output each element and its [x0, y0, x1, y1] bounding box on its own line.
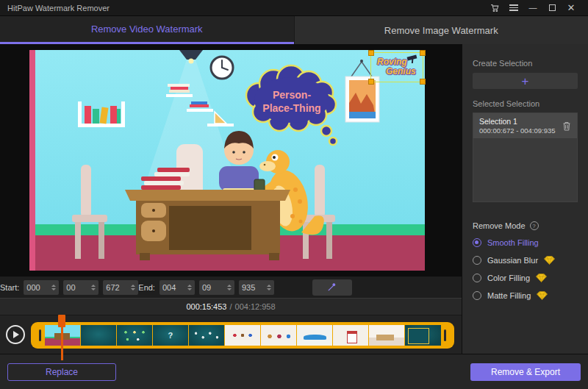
remove-mode-label: Remove Mode — [473, 221, 526, 230]
spinner-arrows-icon[interactable] — [131, 285, 135, 290]
tab-bar: Remove Video Watermark Remove Image Wate… — [0, 16, 588, 44]
filmstrip-thumbnail[interactable] — [369, 325, 404, 346]
play-icon — [13, 331, 19, 338]
premium-gem-icon — [536, 274, 547, 282]
app-title: HitPaw Watermark Remover — [7, 4, 110, 13]
thought-text-line1: Person- — [273, 89, 311, 101]
start-millis-field[interactable]: 672 — [103, 280, 138, 295]
tab-remove-video-watermark[interactable]: Remove Video Watermark — [0, 16, 294, 44]
selection-list: Selection 1 000:00:672 - 004:09:935 — [473, 113, 578, 202]
create-selection-button[interactable]: + — [473, 73, 578, 89]
footer-bar: Replace Remove & Export — [0, 354, 588, 389]
minimize-button[interactable]: — — [523, 1, 542, 15]
selected-selection-label: Selected Selection — [473, 99, 578, 108]
filmstrip-thumbnail[interactable] — [261, 325, 296, 346]
start-minutes-field[interactable]: 000 — [24, 280, 59, 295]
filmstrip-thumbnail[interactable] — [297, 325, 332, 346]
desk — [125, 190, 290, 260]
start-label: Start: — [0, 283, 19, 292]
video-preview: Person- Place-Thing — [0, 44, 462, 276]
end-minutes-field[interactable]: 004 — [159, 280, 195, 295]
play-button[interactable] — [6, 325, 25, 344]
premium-gem-icon — [544, 256, 555, 265]
magic-wand-icon — [326, 282, 337, 293]
playhead[interactable] — [57, 315, 66, 360]
workspace: Person- Place-Thing — [0, 44, 462, 354]
filmstrip-thumbnail[interactable] — [117, 325, 152, 346]
spinner-arrows-icon[interactable] — [187, 285, 192, 290]
radio-icon — [473, 291, 481, 300]
radio-matte-filling[interactable]: Matte Filling — [473, 290, 578, 301]
radio-color-filling[interactable]: Color Filling — [473, 273, 578, 283]
close-button[interactable]: ✕ — [562, 1, 581, 15]
video-frame: Person- Place-Thing — [29, 50, 425, 271]
create-selection-label: Create Selection — [473, 59, 578, 68]
timeline-time-display: 000:15:453 / 004:12:958 — [0, 298, 462, 315]
radio-icon — [473, 238, 481, 247]
titlebar: HitPaw Watermark Remover — ✕ — [0, 0, 588, 16]
tab-label: Remove Video Watermark — [91, 24, 203, 35]
end-seconds-field[interactable]: 09 — [199, 280, 234, 295]
tab-label: Remove Image Watermark — [384, 25, 498, 36]
filmstrip-thumbnail[interactable] — [189, 325, 224, 346]
cart-icon[interactable] — [485, 1, 504, 15]
remove-export-button[interactable]: Remove & Export — [470, 363, 581, 381]
selection-name: Selection 1 — [479, 117, 562, 126]
filmstrip-thumbnails: ? — [44, 325, 441, 346]
trash-icon — [562, 121, 571, 131]
timeline: ? — [0, 315, 462, 354]
current-time: 000:15:453 — [186, 302, 226, 311]
radio-icon — [473, 274, 481, 282]
filmstrip-thumbnail[interactable] — [405, 325, 440, 346]
sidebar: Create Selection + Selected Selection Se… — [462, 44, 588, 354]
premium-gem-icon — [537, 291, 548, 300]
auto-detect-button[interactable] — [312, 279, 352, 296]
filmstrip-thumbnail[interactable] — [333, 325, 368, 346]
menu-icon[interactable] — [504, 1, 523, 15]
plus-icon: + — [522, 75, 529, 88]
app-window: HitPaw Watermark Remover — ✕ Remove Vide… — [0, 0, 588, 389]
filmstrip[interactable]: ? — [31, 322, 454, 349]
radio-gaussian-blur[interactable]: Gaussian Blur — [473, 255, 578, 265]
spinner-arrows-icon[interactable] — [91, 285, 96, 290]
end-label: End: — [138, 283, 155, 292]
time-controls: Start: 000 00 672 End: 004 — [0, 276, 462, 298]
radio-icon — [473, 256, 481, 265]
watermark-selection-box[interactable]: Roving Genius — [370, 52, 423, 82]
total-time: 004:12:958 — [235, 302, 276, 311]
video-frame-illustration: Person- Place-Thing — [29, 50, 425, 271]
selection-time-range: 000:00:672 - 004:09:935 — [479, 126, 562, 135]
time-separator: / — [229, 302, 232, 311]
watermark-logo: Roving Genius — [371, 53, 423, 82]
spinner-arrows-icon[interactable] — [51, 285, 56, 290]
spinner-arrows-icon[interactable] — [267, 285, 271, 290]
trim-handle-right[interactable] — [444, 329, 446, 341]
trim-handle-left[interactable] — [39, 329, 41, 341]
replace-button[interactable]: Replace — [7, 363, 116, 381]
radio-smooth-filling[interactable]: Smooth Filling — [473, 238, 578, 248]
selection-list-item[interactable]: Selection 1 000:00:672 - 004:09:935 — [473, 113, 577, 138]
help-icon[interactable]: ? — [530, 221, 539, 230]
spinner-arrows-icon[interactable] — [227, 285, 232, 290]
filmstrip-thumbnail[interactable]: ? — [153, 325, 188, 346]
start-seconds-field[interactable]: 00 — [63, 280, 98, 295]
filmstrip-thumbnail[interactable] — [225, 325, 260, 346]
filmstrip-thumbnail[interactable] — [81, 325, 116, 346]
delete-selection-button[interactable] — [562, 121, 571, 131]
maximize-button[interactable] — [542, 1, 562, 15]
clock-icon — [211, 57, 233, 79]
end-millis-field[interactable]: 935 — [239, 280, 274, 295]
thought-text-line2: Place-Thing — [262, 102, 320, 114]
tab-remove-image-watermark[interactable]: Remove Image Watermark — [294, 16, 588, 44]
